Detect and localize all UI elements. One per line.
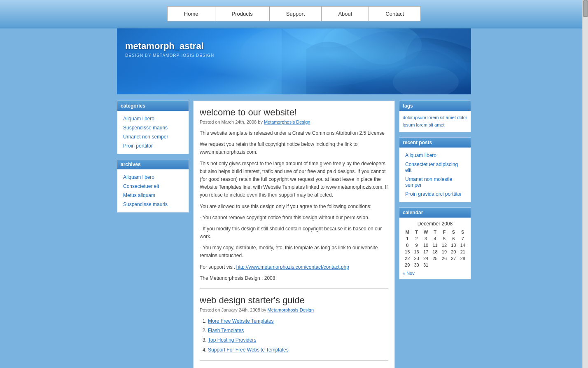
cal-cell: 19	[440, 248, 449, 255]
cal-cell: 6	[449, 235, 458, 242]
nav-contact[interactable]: Contact	[369, 6, 421, 21]
cal-cell	[458, 262, 467, 268]
post1-cond0: - You cannot remove copyright notice fro…	[200, 214, 388, 222]
cal-cell: 14	[458, 242, 467, 248]
cal-cell	[440, 262, 449, 268]
calendar-prev-link[interactable]: « Nov	[403, 271, 415, 276]
list-item: Flash Templates	[208, 327, 388, 335]
cal-cell: 29	[403, 262, 412, 268]
list-item: More Free Website Templates	[208, 317, 388, 325]
cal-cell: 4	[430, 235, 439, 242]
post2-title: web design starter's guide	[200, 295, 388, 306]
nav-bar: Home Products Support About Contact	[0, 0, 588, 28]
right-sidebar: tags dolor ipsum lorem sit amet dolor ip…	[399, 101, 471, 368]
post2-list: More Free Website Templates Flash Templa…	[208, 317, 388, 354]
categories-title: categories	[117, 101, 189, 111]
nav-about[interactable]: About	[321, 6, 369, 21]
cal-cell: 10	[421, 242, 431, 248]
category-link-0[interactable]: Aliquam libero	[121, 114, 185, 123]
cal-cell: 2	[412, 235, 421, 242]
post2-link-0[interactable]: More Free Website Templates	[208, 318, 274, 324]
calendar-title: calendar	[399, 208, 471, 218]
calendar-box: calendar December 2008 M T W T F	[399, 207, 471, 279]
list-item: Top Hosting Providers	[208, 336, 388, 344]
recent-post-2[interactable]: Urnanet non molestie semper	[403, 175, 467, 190]
post2-body: More Free Website Templates Flash Templa…	[200, 317, 388, 354]
recent-post-1[interactable]: Consectetuer adipiscing elit	[403, 160, 467, 175]
nav-support[interactable]: Support	[269, 6, 322, 21]
archives-title: archives	[117, 159, 189, 169]
post1-body3: This not only gives respect to the large…	[200, 160, 388, 199]
cal-cell: 20	[449, 248, 458, 255]
post1-footer: The Metamorphosis Design : 2008	[200, 274, 388, 282]
banner: metamorph_astral DESIGN BY METAMORPHOSIS…	[117, 28, 471, 94]
post1-body1: This website template is released under …	[200, 129, 388, 137]
archives-box: archives Aliquam libero Consectetuer elt…	[117, 159, 189, 213]
cal-cell: 1	[403, 235, 412, 242]
cal-cell: 13	[449, 242, 458, 248]
cal-cell: 23	[412, 255, 421, 262]
post1-meta-link[interactable]: Metamorphosis Design	[264, 120, 310, 124]
post1-cond1: - If you modify this design it still sho…	[200, 225, 388, 241]
archive-link-1[interactable]: Consectetuer elt	[121, 182, 185, 191]
nav-products[interactable]: Products	[215, 6, 269, 21]
scrollbar-thumb[interactable]	[583, 0, 588, 17]
cal-header-s1: S	[449, 229, 458, 235]
tags-content: dolor ipsum lorem sit amet dolor ipsum l…	[399, 111, 471, 132]
cal-cell: 24	[421, 255, 431, 262]
cal-cell: 5	[440, 235, 449, 242]
cal-cell	[430, 262, 439, 268]
cal-cell: 21	[458, 248, 467, 255]
cal-header-t2: T	[430, 229, 439, 235]
post2-link-3[interactable]: Support For Free Website Templates	[208, 347, 289, 353]
cal-cell: 12	[440, 242, 449, 248]
archive-link-3[interactable]: Suspendisse mauris	[121, 200, 185, 209]
post1-cond2: - You may copy, distribute, modify, etc.…	[200, 244, 388, 260]
tags-box: tags dolor ipsum lorem sit amet dolor ip…	[399, 101, 471, 132]
post1-body2: We request you retain the full copyright…	[200, 141, 388, 156]
archive-link-0[interactable]: Aliquam libero	[121, 173, 185, 182]
post1-support-link[interactable]: http://www.metamorphozis.com/contact/con…	[236, 264, 349, 270]
content-wrapper: categories Aliquam libero Suspendisse ma…	[117, 94, 471, 368]
post2-meta-link[interactable]: Metamorphosis Design	[268, 307, 314, 312]
cal-cell: 30	[412, 262, 421, 268]
cal-cell: 17	[421, 248, 431, 255]
post1-meta: Posted on March 24th, 2008 by Metamorpho…	[200, 120, 388, 124]
calendar-month: December 2008	[403, 221, 467, 227]
recent-posts-title: recent posts	[399, 138, 471, 148]
cal-cell	[449, 262, 458, 268]
nav-home[interactable]: Home	[167, 6, 215, 21]
post1-title: welcome to our website!	[200, 107, 388, 118]
categories-content: Aliquam libero Suspendisse mauris Urnane…	[117, 111, 189, 154]
cal-cell: 16	[412, 248, 421, 255]
cal-cell: 26	[440, 255, 449, 262]
post2-link-1[interactable]: Flash Templates	[208, 328, 244, 333]
cal-header-f: F	[440, 229, 449, 235]
cal-header-m: M	[403, 229, 412, 235]
cal-cell: 8	[403, 242, 412, 248]
cal-cell: 3	[421, 235, 431, 242]
cal-cell: 22	[403, 255, 412, 262]
category-link-3[interactable]: Proin porttitor	[121, 141, 185, 150]
post-divider-1	[200, 288, 388, 289]
cal-cell: 7	[458, 235, 467, 242]
category-link-1[interactable]: Suspendisse mauris	[121, 123, 185, 132]
category-link-2[interactable]: Urnanet non semper	[121, 132, 185, 141]
post2-link-2[interactable]: Top Hosting Providers	[208, 337, 256, 343]
categories-box: categories Aliquam libero Suspendisse ma…	[117, 101, 189, 154]
cal-header-w: W	[421, 229, 431, 235]
scrollbar-track[interactable]	[582, 0, 588, 368]
left-sidebar: categories Aliquam libero Suspendisse ma…	[117, 101, 189, 368]
cal-cell: 27	[449, 255, 458, 262]
recent-post-0[interactable]: Aliquam libero	[403, 151, 467, 160]
cal-cell: 15	[403, 248, 412, 255]
calendar-content: December 2008 M T W T F S S	[399, 218, 471, 279]
calendar-table: M T W T F S S 12345678910111213	[403, 229, 467, 268]
banner-title: metamorph_astral	[125, 41, 204, 52]
archive-link-2[interactable]: Metus aliquam	[121, 191, 185, 200]
recent-posts-box: recent posts Aliquam libero Consectetuer…	[399, 137, 471, 202]
post1-support: For support visit http://www.metamorphoz…	[200, 263, 388, 271]
cal-header-t1: T	[412, 229, 421, 235]
archives-content: Aliquam libero Consectetuer elt Metus al…	[117, 169, 189, 212]
recent-post-3[interactable]: Proin gravida orci porttitor	[403, 190, 467, 199]
